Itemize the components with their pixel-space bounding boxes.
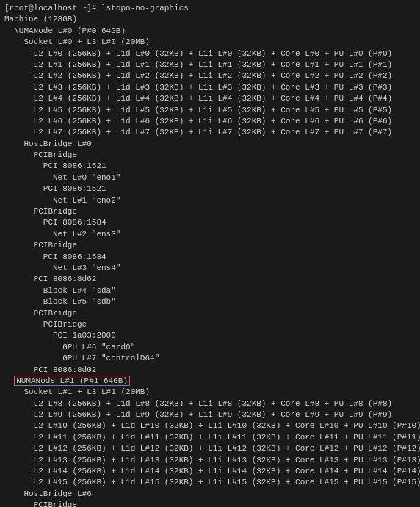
terminal-line-l11: L2 L#7 (256KB) + L1d L#7 (32KB) + L1i L#… [4,127,416,138]
terminal-line-l4: L2 L#0 (256KB) + L1d L#0 (32KB) + L1i L#… [4,48,416,59]
terminal-line-l39: L2 L#12 (256KB) + L1d L#12 (32KB) + L1i … [4,443,416,454]
numanode-highlight: NUMANode L#1 (P#1 64GB) [14,376,130,386]
terminal-line-l20: Net L#2 "ens3" [4,229,416,240]
terminal-line-l21: PCIBridge [4,240,416,251]
terminal-line-l13: PCIBridge [4,150,416,161]
terminal-line-l44: PCIBridge [4,500,416,507]
terminal-line-l27: PCIBridge [4,308,416,319]
terminal-line-l5: L2 L#1 (256KB) + L1d L#1 (32KB) + L1i L#… [4,59,416,70]
terminal-line-l25: Block L#4 "sda" [4,285,416,296]
terminal-line-l22: PCI 8086:1584 [4,252,416,263]
terminal-line-l37: L2 L#10 (256KB) + L1d L#10 (32KB) + L1i … [4,420,416,431]
terminal-line-l9: L2 L#5 (256KB) + L1d L#5 (32KB) + L1i L#… [4,105,416,116]
terminal-line-l24: PCI 8086:8d62 [4,274,416,285]
terminal-line-l33: NUMANode L#1 (P#1 64GB) [4,376,416,387]
terminal-line-l17: Net L#1 "eno2" [4,195,416,206]
terminal-line-l18: PCIBridge [4,206,416,217]
terminal-line-l14: PCI 8086:1521 [4,161,416,172]
terminal-line-l36: L2 L#9 (256KB) + L1d L#9 (32KB) + L1i L#… [4,409,416,420]
terminal-line-l42: L2 L#15 (256KB) + L1d L#15 (32KB) + L1i … [4,477,416,488]
terminal-line-l30: GPU L#6 "card0" [4,342,416,353]
terminal-line-l23: Net L#3 "ens4" [4,263,416,274]
terminal-line-l7: L2 L#3 (256KB) + L1d L#3 (32KB) + L1i L#… [4,82,416,93]
terminal-line-l19: PCI 8086:1584 [4,217,416,228]
terminal-line-l3: Socket L#0 + L3 L#0 (20MB) [4,37,416,48]
terminal-line-l38: L2 L#11 (256KB) + L1d L#11 (32KB) + L1i … [4,432,416,443]
terminal-line-l6: L2 L#2 (256KB) + L1d L#2 (32KB) + L1i L#… [4,70,416,81]
terminal: [root@localhost ~]# lstopo-no-graphicsMa… [0,0,420,507]
terminal-line-l1: Machine (128GB) [4,14,416,25]
terminal-line-cmd1: [root@localhost ~]# lstopo-no-graphics [4,3,416,14]
terminal-line-l32: PCI 8086:8d02 [4,365,416,376]
terminal-line-l12: HostBridge L#0 [4,139,416,150]
terminal-line-l35: L2 L#8 (256KB) + L1d L#8 (32KB) + L1i L#… [4,398,416,409]
terminal-line-l2: NUMANode L#0 (P#0 64GB) [4,26,416,37]
terminal-line-l10: L2 L#6 (256KB) + L1d L#6 (32KB) + L1i L#… [4,116,416,127]
terminal-line-l15: Net L#0 "eno1" [4,172,416,183]
terminal-line-l41: L2 L#14 (256KB) + L1d L#14 (32KB) + L1i … [4,466,416,477]
terminal-line-l8: L2 L#4 (256KB) + L1d L#4 (32KB) + L1i L#… [4,93,416,104]
terminal-line-l34: Socket L#1 + L3 L#1 (20MB) [4,387,416,398]
terminal-line-l28: PCIBridge [4,319,416,330]
terminal-line-l40: L2 L#13 (256KB) + L1d L#13 (32KB) + L1i … [4,455,416,466]
terminal-line-l16: PCI 8086:1521 [4,183,416,194]
terminal-line-l31: GPU L#7 "controlD64" [4,353,416,364]
terminal-line-l26: Block L#5 "sdb" [4,296,416,307]
terminal-line-l29: PCI 1a03:2000 [4,330,416,341]
terminal-line-l43: HostBridge L#6 [4,489,416,500]
